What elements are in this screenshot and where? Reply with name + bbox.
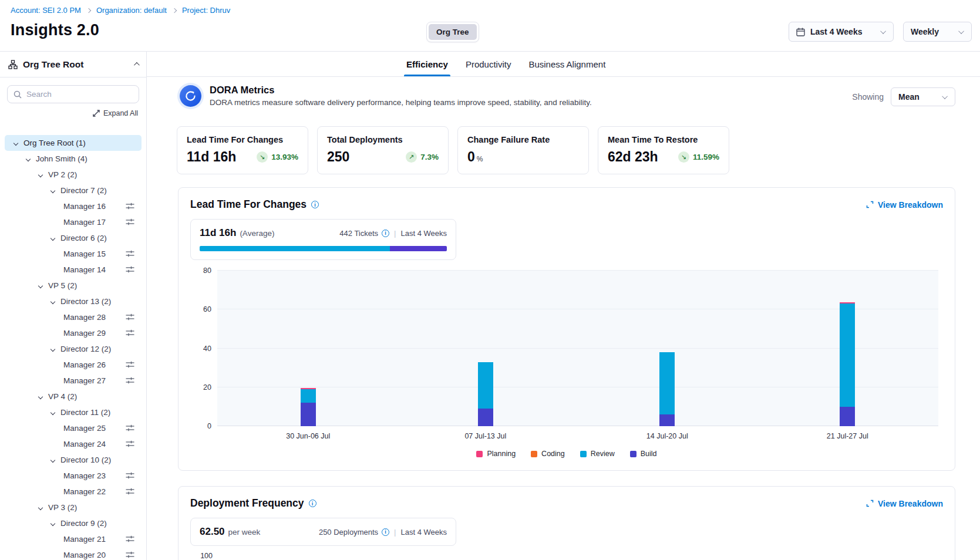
chevron-down-icon[interactable] [50,299,55,303]
breadcrumb-link[interactable]: Project: Dhruv [182,6,230,15]
tree-node-manager-16[interactable]: Manager 16 [5,198,142,214]
tree-node-label: Director 13 (2) [60,297,111,306]
tree-node-manager-22[interactable]: Manager 22 [5,484,142,500]
gridline [217,270,938,271]
bar-segment-build[interactable] [301,403,316,426]
node-settings-icon[interactable] [126,313,134,322]
tree-node-director-11-2[interactable]: Director 11 (2) [5,404,142,420]
node-settings-icon[interactable] [126,472,134,481]
chevron-down-icon[interactable] [38,394,43,399]
tree-node-manager-25[interactable]: Manager 25 [5,420,142,436]
bar-segment-review[interactable] [840,303,855,407]
tree-node-label: Manager 20 [63,551,106,559]
tree-node-director-6-2[interactable]: Director 6 (2) [5,230,142,246]
tree-node-vp-4-2[interactable]: VP 4 (2) [5,389,142,404]
chevron-down-icon[interactable] [26,156,31,161]
tree-node-manager-20[interactable]: Manager 20 [5,547,142,560]
chevron-down-icon[interactable] [38,283,43,288]
bar-segment-build[interactable] [659,414,675,426]
tree-node-director-10-2[interactable]: Director 10 (2) [5,452,142,468]
lead-time-view-breakdown[interactable]: View Breakdown [866,200,943,210]
trend-percent: 7.3% [420,153,439,161]
node-settings-icon[interactable] [126,424,134,433]
node-settings-icon[interactable] [126,551,134,560]
lead-time-summary-card: 11d 16h (Average) 442 Tickets | Last 4 W… [190,219,456,260]
chevron-down-icon[interactable] [50,188,55,193]
tree-node-manager-27[interactable]: Manager 27 [5,373,142,389]
legend-item-coding[interactable]: Coding [531,450,565,458]
chevron-down-icon[interactable] [50,346,55,351]
breadcrumb-link[interactable]: Account: SEI 2.0 PM [11,6,81,15]
tree-node-director-13-2[interactable]: Director 13 (2) [5,294,142,309]
bar-segment-build[interactable] [840,407,855,426]
search-input[interactable] [26,90,133,99]
info-icon[interactable] [311,201,319,208]
tree-node-manager-26[interactable]: Manager 26 [5,357,142,373]
period-label: Last 4 Weeks [400,229,447,238]
chevron-down-icon[interactable] [50,457,55,462]
info-icon[interactable] [382,230,389,237]
node-settings-icon[interactable] [126,266,134,275]
node-settings-icon[interactable] [126,488,134,497]
bar-30-jun-06-jul[interactable] [301,271,316,426]
tree-node-manager-24[interactable]: Manager 24 [5,436,142,452]
info-icon[interactable] [309,500,316,507]
tree-node-vp-2-2[interactable]: VP 2 (2) [5,167,142,183]
info-icon[interactable] [382,528,389,536]
node-settings-icon[interactable] [126,440,134,449]
tree-node-director-9-2[interactable]: Director 9 (2) [5,515,142,531]
tree-node-john-smith-4[interactable]: John Smith (4) [5,151,142,167]
bar-21-jul-27-jul[interactable] [840,271,855,426]
chevron-down-icon[interactable] [38,505,43,510]
tree-node-org-tree-root-1[interactable]: Org Tree Root (1) [5,135,142,151]
showing-dropdown[interactable]: Mean [891,87,955,106]
chevron-down-icon[interactable] [50,235,55,240]
breadcrumb-link[interactable]: Organization: default [96,6,167,15]
node-settings-icon[interactable] [126,250,134,259]
node-settings-icon[interactable] [126,377,134,386]
deployment-view-breakdown[interactable]: View Breakdown [866,499,943,508]
chevron-down-icon[interactable] [14,140,18,145]
tree-node-label: Director 12 (2) [60,345,111,353]
tree-node-director-7-2[interactable]: Director 7 (2) [5,183,142,198]
bar-segment-build[interactable] [478,409,493,426]
tab-productivity[interactable]: Productivity [466,52,511,76]
tree-node-label: Director 9 (2) [60,519,107,528]
node-settings-icon[interactable] [126,218,134,227]
legend-item-planning[interactable]: Planning [476,450,516,458]
bar-segment-review[interactable] [301,389,316,403]
node-settings-icon[interactable] [126,535,134,544]
chevron-down-icon[interactable] [50,410,55,414]
legend-item-build[interactable]: Build [630,450,657,458]
legend-item-review[interactable]: Review [580,450,615,458]
tab-business-alignment[interactable]: Business Alignment [528,52,605,76]
tab-efficiency[interactable]: Efficiency [406,52,448,76]
tree-node-manager-15[interactable]: Manager 15 [5,246,142,262]
y-axis-tick: 40 [190,345,211,353]
tree-node-director-12-2[interactable]: Director 12 (2) [5,341,142,357]
tree-node-vp-5-2[interactable]: VP 5 (2) [5,278,142,294]
tree-node-manager-29[interactable]: Manager 29 [5,325,142,341]
tree-node-manager-14[interactable]: Manager 14 [5,262,142,278]
tree-node-manager-23[interactable]: Manager 23 [5,468,142,484]
tree-node-manager-28[interactable]: Manager 28 [5,309,142,325]
chevron-down-icon[interactable] [50,521,55,525]
date-range-dropdown[interactable]: Last 4 Weeks [789,22,894,42]
bar-segment-review[interactable] [659,352,675,414]
progress-segment-review [200,246,390,251]
org-tree-button[interactable]: Org Tree [429,24,477,40]
granularity-dropdown[interactable]: Weekly [903,22,972,42]
tree-node-label: VP 5 (2) [48,281,77,290]
bar-07-jul-13-jul[interactable] [478,271,493,426]
tree-node-manager-21[interactable]: Manager 21 [5,531,142,547]
collapse-sidebar-icon[interactable] [134,62,140,68]
bar-14-jul-20-jul[interactable] [659,271,675,426]
chevron-down-icon[interactable] [38,172,43,177]
node-settings-icon[interactable] [126,361,134,370]
tree-node-manager-17[interactable]: Manager 17 [5,214,142,230]
node-settings-icon[interactable] [126,203,134,211]
expand-all-button[interactable]: Expand All [0,109,138,117]
bar-segment-review[interactable] [478,362,493,409]
tree-node-vp-3-2[interactable]: VP 3 (2) [5,500,142,515]
node-settings-icon[interactable] [126,329,134,338]
